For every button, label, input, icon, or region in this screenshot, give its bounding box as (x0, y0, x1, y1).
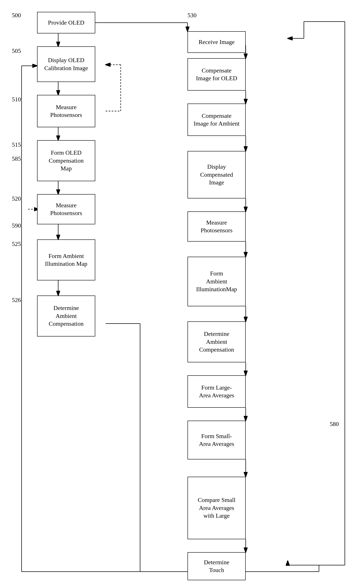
box-provide-oled: Provide OLED (37, 12, 95, 33)
label-590: 590 (12, 222, 21, 229)
label-525: 525 (12, 240, 21, 247)
box-form-ambient-illum: Form Ambient Illumination Map (37, 239, 95, 280)
label-585: 585 (12, 155, 21, 162)
box-determine-ambient-comp-right: Determine Ambient Compensation (188, 321, 246, 362)
box-form-large-area: Form Large- Area Averages (188, 375, 246, 408)
box-compare-small-large: Compare Small Area Averages with Large (188, 477, 246, 539)
box-measure-photo-2: Measure Photosensors (37, 194, 95, 224)
label-500: 500 (12, 12, 21, 19)
box-compensate-oled: Compensate Image for OLED (188, 58, 246, 91)
box-measure-photo-3: Measure Photosensors (188, 211, 246, 242)
box-display-comp-image: Display Compensated Image (188, 151, 246, 198)
label-526: 526 (12, 297, 21, 304)
label-505: 505 (12, 47, 21, 54)
box-determine-touch: Determine Touch (188, 552, 246, 580)
label-530: 530 (188, 12, 196, 19)
diagram-container: 500 Provide OLED 505 Display OLED Calibr… (0, 0, 364, 588)
label-520: 520 (12, 195, 21, 202)
box-display-oled-cal: Display OLED Calibration Image (37, 46, 95, 82)
label-515: 515 (12, 141, 21, 148)
box-measure-photo-1: Measure Photosensors (37, 95, 95, 127)
box-form-ambient-illum-map2: Form Ambient IlluminationMap (188, 257, 246, 306)
label-580: 580 (330, 421, 339, 428)
box-compensate-ambient: Compensate Image for Ambient (188, 104, 246, 136)
box-form-small-area: Form Small- Area Averages (188, 421, 246, 459)
label-510: 510 (12, 96, 21, 103)
box-receive-image: Receive Image (188, 31, 246, 53)
box-form-oled-comp: Form OLED Compensation Map (37, 140, 95, 181)
box-determine-ambient-comp-left: Determine Ambient Compensation (37, 296, 95, 337)
arrows-svg (0, 0, 364, 588)
